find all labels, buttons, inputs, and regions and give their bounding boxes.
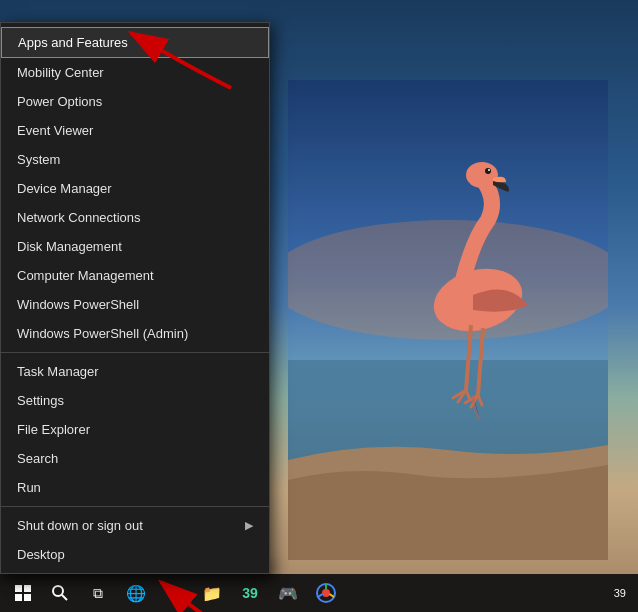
menu-item-label-task-manager: Task Manager	[17, 364, 99, 379]
windows-logo-icon	[15, 585, 31, 601]
menu-item-label-network-connections: Network Connections	[17, 210, 141, 225]
menu-item-label-windows-powershell-admin: Windows PowerShell (Admin)	[17, 326, 188, 341]
menu-item-windows-powershell[interactable]: Windows PowerShell	[1, 290, 269, 319]
menu-item-apps-features[interactable]: Apps and Features	[1, 27, 269, 58]
menu-item-windows-powershell-admin[interactable]: Windows PowerShell (Admin)	[1, 319, 269, 348]
menu-items-list: Apps and FeaturesMobility CenterPower Op…	[1, 27, 269, 569]
menu-item-mobility-center[interactable]: Mobility Center	[1, 58, 269, 87]
menu-item-label-desktop: Desktop	[17, 547, 65, 562]
taskbar-clock[interactable]: 39	[614, 587, 626, 599]
menu-item-label-run: Run	[17, 480, 41, 495]
gamepad-icon[interactable]: 🎮	[270, 574, 306, 612]
menu-item-label-apps-features: Apps and Features	[18, 35, 128, 50]
menu-divider	[1, 352, 269, 353]
menu-item-label-search: Search	[17, 451, 58, 466]
start-button[interactable]	[4, 574, 42, 612]
menu-item-file-explorer[interactable]: File Explorer	[1, 415, 269, 444]
svg-point-6	[488, 169, 490, 171]
taskbar-system-tray: 39	[614, 587, 634, 599]
menu-item-disk-management[interactable]: Disk Management	[1, 232, 269, 261]
menu-item-label-settings: Settings	[17, 393, 64, 408]
taskbar-icon-tray: ⧉ 🌐 ✉ 📁 39 🎮	[42, 574, 614, 612]
menu-item-label-disk-management: Disk Management	[17, 239, 122, 254]
menu-item-label-windows-powershell: Windows PowerShell	[17, 297, 139, 312]
taskbar: ⧉ 🌐 ✉ 📁 39 🎮 39	[0, 574, 638, 612]
menu-item-label-computer-management: Computer Management	[17, 268, 154, 283]
edge-icon[interactable]: 🌐	[118, 574, 154, 612]
chrome-icon[interactable]	[308, 574, 344, 612]
menu-item-label-mobility-center: Mobility Center	[17, 65, 104, 80]
menu-item-label-device-manager: Device Manager	[17, 181, 112, 196]
explorer-icon[interactable]: 📁	[194, 574, 230, 612]
search-taskbar-icon[interactable]	[42, 574, 78, 612]
mail-icon[interactable]: ✉	[156, 574, 192, 612]
menu-item-device-manager[interactable]: Device Manager	[1, 174, 269, 203]
task-view-icon[interactable]: ⧉	[80, 574, 116, 612]
submenu-chevron-icon: ▶	[245, 519, 253, 532]
menu-item-label-system: System	[17, 152, 60, 167]
menu-item-label-event-viewer: Event Viewer	[17, 123, 93, 138]
context-menu-panel: Apps and FeaturesMobility CenterPower Op…	[0, 22, 270, 574]
taskbar-time: 39	[614, 587, 626, 599]
menu-item-event-viewer[interactable]: Event Viewer	[1, 116, 269, 145]
menu-divider	[1, 506, 269, 507]
menu-item-shut-down-sign-out[interactable]: Shut down or sign out▶	[1, 511, 269, 540]
svg-point-11	[53, 586, 63, 596]
menu-item-task-manager[interactable]: Task Manager	[1, 357, 269, 386]
svg-point-5	[485, 168, 491, 174]
menu-item-network-connections[interactable]: Network Connections	[1, 203, 269, 232]
number-icon[interactable]: 39	[232, 574, 268, 612]
menu-item-system[interactable]: System	[1, 145, 269, 174]
menu-item-settings[interactable]: Settings	[1, 386, 269, 415]
svg-point-14	[322, 589, 330, 597]
menu-item-power-options[interactable]: Power Options	[1, 87, 269, 116]
menu-item-desktop[interactable]: Desktop	[1, 540, 269, 569]
menu-item-label-file-explorer: File Explorer	[17, 422, 90, 437]
menu-item-label-power-options: Power Options	[17, 94, 102, 109]
menu-item-label-shut-down-sign-out: Shut down or sign out	[17, 518, 143, 533]
flamingo-illustration	[288, 80, 608, 560]
svg-line-12	[62, 595, 67, 600]
menu-item-computer-management[interactable]: Computer Management	[1, 261, 269, 290]
menu-item-search[interactable]: Search	[1, 444, 269, 473]
menu-item-run[interactable]: Run	[1, 473, 269, 502]
